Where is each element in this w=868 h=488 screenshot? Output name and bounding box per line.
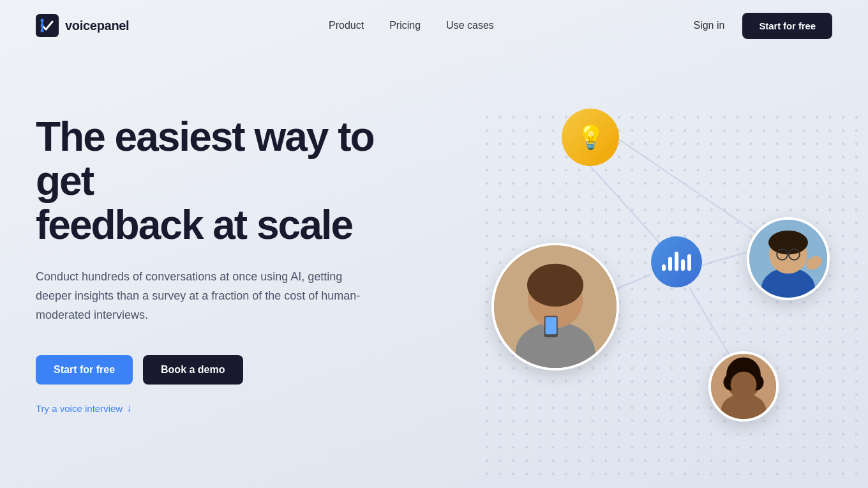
logo-icon	[36, 14, 59, 37]
svg-line-10	[616, 137, 760, 235]
audio-bars-icon	[662, 253, 691, 271]
hero-start-free-button[interactable]: Start for free	[36, 355, 133, 385]
hero-section: The easiest way to get feedback at scale…	[0, 51, 868, 488]
lightbulb-icon: 💡	[576, 124, 605, 151]
person-photo-woman-left	[491, 243, 619, 370]
navbar: voicepanel Product Pricing Use cases Sig…	[0, 0, 868, 51]
nav-start-free-button[interactable]: Start for free	[742, 13, 832, 39]
hero-buttons: Start for free Book a demo	[36, 355, 406, 385]
nav-link-product[interactable]: Product	[329, 20, 364, 31]
svg-rect-16	[546, 317, 557, 334]
svg-point-1	[41, 19, 44, 22]
hero-title: The easiest way to get feedback at scale	[36, 115, 406, 247]
hero-illustration: 💡	[434, 77, 868, 488]
sign-in-link[interactable]: Sign in	[693, 20, 724, 31]
svg-point-31	[731, 372, 757, 398]
svg-point-14	[527, 264, 583, 307]
voice-interview-link[interactable]: Try a voice interview ↓	[36, 402, 406, 414]
voice-link-arrow-icon: ↓	[126, 402, 131, 414]
hero-subtitle: Conduct hundreds of conversations at onc…	[36, 268, 368, 324]
hero-content: The easiest way to get feedback at scale…	[36, 89, 406, 414]
nav-link-pricing[interactable]: Pricing	[389, 20, 421, 31]
svg-rect-0	[36, 14, 59, 37]
person-photo-man-right	[747, 217, 830, 300]
svg-point-20	[768, 231, 808, 255]
lightbulb-node: 💡	[562, 109, 619, 166]
logo[interactable]: voicepanel	[36, 14, 129, 37]
audio-node	[651, 236, 702, 287]
person-photo-woman-bottom	[708, 351, 779, 422]
nav-right: Sign in Start for free	[693, 13, 832, 39]
nav-link-use-cases[interactable]: Use cases	[446, 20, 494, 31]
svg-point-2	[41, 24, 44, 27]
nav-links: Product Pricing Use cases	[329, 20, 494, 31]
svg-point-3	[41, 29, 44, 33]
svg-line-8	[702, 252, 747, 265]
logo-text: voicepanel	[65, 19, 129, 33]
hero-book-demo-button[interactable]: Book a demo	[143, 355, 243, 385]
